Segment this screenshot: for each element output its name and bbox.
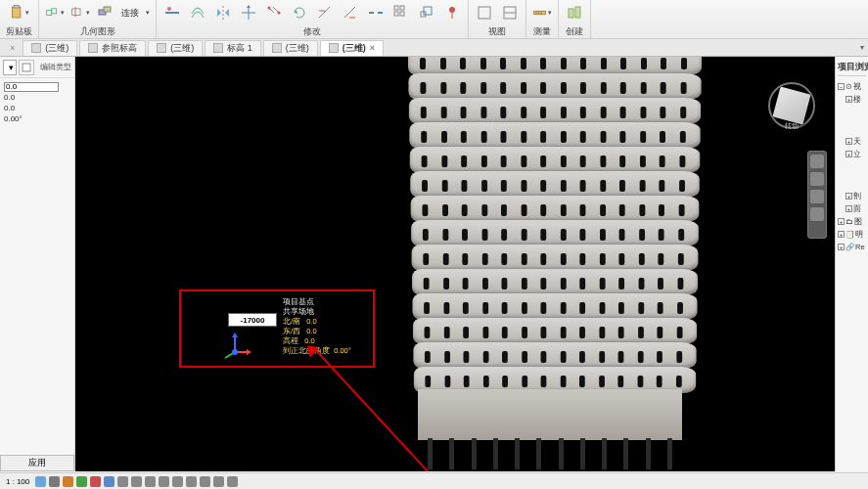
join-button[interactable] [96, 3, 115, 22]
pin-button[interactable] [442, 3, 462, 22]
type-selector[interactable]: ▾ [3, 60, 17, 75]
ribbon-label-clipboard: 剪贴板 [6, 25, 32, 37]
expand-icon[interactable]: + [845, 96, 852, 103]
tab-3d-active[interactable]: (三维)× [320, 40, 384, 56]
tree-node[interactable]: +剖 [838, 190, 866, 202]
rotate-button[interactable] [290, 3, 309, 22]
doc-icon [88, 43, 98, 53]
paste-button[interactable]: ▾ [10, 3, 29, 22]
svg-rect-0 [12, 7, 20, 18]
tree-node[interactable]: +🔗 Re [838, 241, 866, 253]
edit-type-button[interactable] [19, 60, 34, 75]
svg-rect-1 [14, 6, 19, 9]
svg-marker-11 [217, 9, 221, 17]
create-button[interactable] [565, 3, 584, 22]
svg-rect-34 [569, 9, 573, 18]
view-control-icon-11[interactable] [186, 476, 197, 487]
ribbon-label-create: 创建 [566, 25, 583, 37]
svg-marker-13 [247, 5, 251, 8]
join-label: 连接 [121, 7, 139, 20]
collapse-icon[interactable]: − [838, 83, 845, 90]
cut-button[interactable]: ▾ [70, 3, 90, 22]
tab-ref-level[interactable]: 参照标高 [79, 40, 146, 56]
expand-icon[interactable]: + [845, 205, 852, 212]
expand-icon[interactable]: + [838, 244, 845, 250]
tree-node[interactable]: −⊙ 视 [838, 80, 866, 93]
tree-node[interactable]: +楼 [838, 93, 866, 106]
measure-button[interactable]: ▾ [532, 3, 552, 22]
scale-button[interactable] [417, 3, 436, 22]
expand-icon[interactable]: + [838, 231, 845, 238]
tree-node[interactable]: +📋 明 [838, 228, 866, 241]
svg-rect-19 [394, 6, 398, 10]
view-control-bar [35, 476, 238, 487]
svg-point-25 [449, 7, 455, 13]
view-control-icon-4[interactable] [90, 476, 101, 487]
property-input-0[interactable] [4, 82, 59, 92]
nav-orbit-button[interactable] [810, 207, 824, 221]
axis-gizmo[interactable] [222, 333, 251, 358]
move-button[interactable] [239, 3, 258, 22]
view-a-button[interactable] [475, 3, 494, 22]
navigation-bar [807, 151, 827, 239]
view-control-icon-0[interactable] [35, 476, 46, 487]
view-control-icon-2[interactable] [63, 476, 73, 487]
expand-icon[interactable]: + [838, 218, 845, 225]
view-control-icon-13[interactable] [213, 476, 224, 487]
nav-pan-button[interactable] [810, 172, 824, 186]
ribbon-group-geometry: ▾ ▾ 连接▾ 几何图形 [39, 0, 157, 38]
properties-panel: ▾ 编辑类型 0.0 0.0 0.00° 应用 [0, 57, 75, 471]
view-control-icon-7[interactable] [131, 476, 142, 487]
copy-button[interactable] [264, 3, 284, 22]
view-control-icon-10[interactable] [172, 476, 183, 487]
split-button[interactable] [366, 3, 386, 22]
tree-node[interactable]: +🗀 图 [838, 215, 866, 228]
pbp-row: 东/西 0.0 [283, 327, 351, 336]
tabstrip-menu[interactable]: ▾ [856, 43, 868, 52]
tab-3d-1[interactable]: (三维) [23, 40, 77, 56]
view-b-button[interactable] [500, 3, 520, 22]
viewcube[interactable]: 转动 [762, 76, 821, 135]
doc-icon [31, 43, 41, 53]
array-button[interactable] [391, 3, 411, 22]
cope-button[interactable]: ▾ [45, 3, 65, 22]
view-control-icon-1[interactable] [49, 476, 60, 487]
nav-zoom-button[interactable] [810, 190, 824, 203]
tree-node[interactable]: +立 [838, 148, 866, 160]
close-icon[interactable]: × [370, 43, 375, 53]
property-row: 0.0 [4, 92, 70, 103]
coordinate-input[interactable]: -17000 [228, 313, 277, 327]
view-control-icon-14[interactable] [227, 476, 238, 487]
doc-icon [157, 43, 166, 53]
ribbon-label-geometry: 几何图形 [80, 25, 115, 37]
tab-3d-3[interactable]: (三维) [263, 40, 318, 56]
property-row [4, 81, 70, 92]
view-control-icon-8[interactable] [145, 476, 156, 487]
apply-button[interactable]: 应用 [0, 455, 74, 471]
view-control-icon-12[interactable] [200, 476, 210, 487]
trim-a-button[interactable] [315, 3, 335, 22]
tab-level-1[interactable]: 标高 1 [205, 40, 261, 56]
tree-node[interactable]: +面 [838, 202, 866, 215]
offset-button[interactable] [188, 3, 207, 22]
mirror-button[interactable] [213, 3, 233, 22]
tab-3d-2[interactable]: (三维) [148, 40, 203, 56]
expand-icon[interactable]: + [845, 193, 852, 200]
doc-icon [272, 43, 282, 53]
status-bar: 1 : 100 [0, 472, 868, 489]
trim-b-button[interactable] [341, 3, 360, 22]
viewport-3d[interactable]: 转动 -17000 项目基点 共享场地 北/南 0.0 东/西 [75, 57, 835, 471]
expand-icon[interactable]: + [845, 138, 852, 145]
view-scale[interactable]: 1 : 100 [6, 477, 29, 486]
svg-rect-4 [72, 9, 80, 16]
svg-marker-38 [232, 333, 238, 337]
expand-icon[interactable]: + [845, 151, 852, 157]
view-control-icon-6[interactable] [117, 476, 128, 487]
tab-left-close[interactable]: × [4, 43, 21, 53]
view-control-icon-3[interactable] [76, 476, 87, 487]
tree-node[interactable]: +天 [838, 135, 866, 148]
align-button[interactable] [162, 3, 182, 22]
nav-wheel-button[interactable] [810, 155, 824, 168]
view-control-icon-5[interactable] [104, 476, 114, 487]
view-control-icon-9[interactable] [159, 476, 169, 487]
